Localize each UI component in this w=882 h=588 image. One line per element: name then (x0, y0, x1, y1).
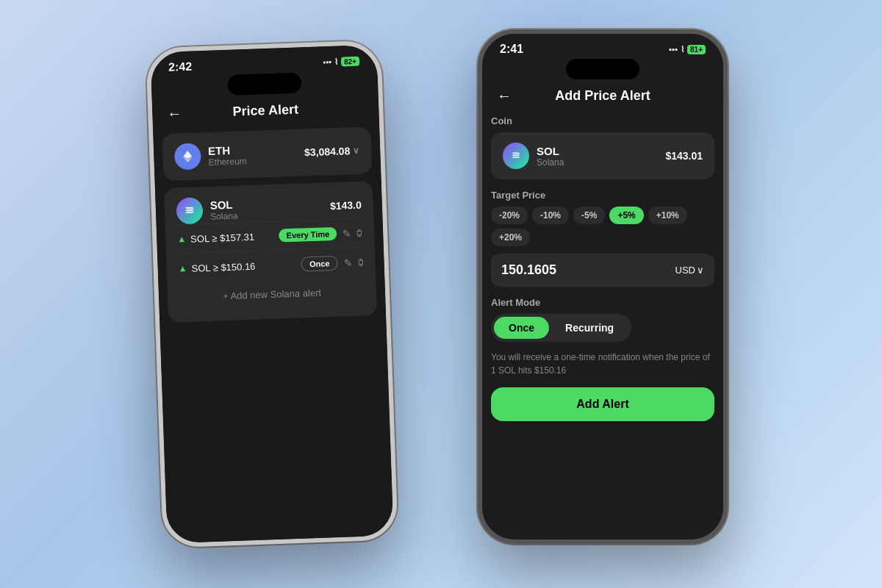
alert-info-text: You will receive a one-time notification… (491, 351, 714, 377)
price-btn-pos5[interactable]: +5% (609, 207, 643, 224)
wifi-icon-2: ⌇ (681, 45, 684, 54)
svg-marker-0 (183, 151, 192, 159)
add-alert-button[interactable]: Add Alert (491, 387, 714, 421)
alert-1-condition: SOL ≥ $157.31 (190, 231, 254, 244)
eth-name: Ethereum (208, 156, 246, 168)
battery-2: 81+ (687, 45, 706, 54)
status-bar-1: 2:42 ▪▪▪ ⌇ 82+ (150, 45, 377, 78)
add-solana-alert-button[interactable]: + Add new Solana alert (179, 277, 365, 312)
price-btn-neg10[interactable]: -10% (532, 207, 569, 224)
currency-select[interactable]: USD ∨ (675, 265, 704, 276)
eth-symbol: ETH (208, 143, 247, 157)
sol-left: SOL Solana (176, 196, 238, 225)
sol-icon-2 (503, 143, 529, 169)
coin-2-info: SOL Solana (537, 145, 564, 168)
eth-coin-card[interactable]: ETH Ethereum $3,084.08 ∨ (162, 126, 372, 181)
alert-2-right: Once ✎ ⧮ (301, 255, 364, 272)
every-time-badge: Every Time (279, 227, 337, 243)
screen-content-2: Coin SOL Solana (482, 110, 723, 539)
eth-icon (174, 143, 201, 170)
nav-header-2: ← Add Price Alert (482, 79, 723, 110)
coin-2-left: SOL Solana (503, 143, 564, 169)
price-btn-neg5[interactable]: -5% (573, 207, 605, 224)
page-title-1: Price Alert (232, 102, 298, 120)
alert-mode-label: Alert Mode (491, 297, 714, 308)
sol-price: $143.0 (330, 199, 362, 212)
price-input-row: 150.1605 USD ∨ (491, 254, 714, 287)
alert-2-left: ▲ SOL ≥ $150.16 (178, 260, 255, 274)
signal-icon-2: ▪▪▪ (669, 45, 678, 54)
dynamic-island-2 (566, 59, 639, 79)
screen-content-1: ETH Ethereum $3,084.08 ∨ (153, 121, 394, 543)
phones-container: 2:42 ▪▪▪ ⌇ 82+ ← Price Alert (110, 29, 772, 559)
mode-once-button[interactable]: Once (494, 317, 549, 339)
price-buttons-group: -20% -10% -5% +5% +10% +20% (491, 207, 714, 246)
page-title-2: Add Price Alert (555, 88, 650, 104)
sol-symbol: SOL (209, 198, 237, 211)
coin-2-price: $143.01 (665, 150, 703, 162)
back-button-2[interactable]: ← (497, 87, 512, 104)
delete-icon-1[interactable]: ⧮ (357, 227, 363, 239)
price-input-value[interactable]: 150.1605 (501, 262, 556, 278)
chevron-down-icon-2: ∨ (697, 265, 704, 276)
sol-name: Solana (210, 210, 238, 221)
coin-2-name: Solana (537, 157, 564, 168)
once-badge: Once (301, 256, 338, 272)
dynamic-island-1 (228, 72, 302, 95)
chevron-down-icon: ∨ (353, 146, 359, 156)
sol-icon (176, 197, 203, 224)
back-button-1[interactable]: ← (167, 105, 182, 123)
time-2: 2:41 (500, 43, 523, 56)
wifi-icon: ⌇ (334, 57, 338, 66)
coin-card-2[interactable]: SOL Solana $143.01 (491, 132, 714, 179)
battery-1: 82+ (341, 56, 359, 66)
alert-mode-toggle: Once Recurring (491, 314, 631, 342)
phone-1-screen: 2:42 ▪▪▪ ⌇ 82+ ← Price Alert (150, 45, 393, 543)
edit-icon-1[interactable]: ✎ (343, 227, 352, 239)
signal-icon: ▪▪▪ (323, 57, 331, 66)
up-arrow-icon-1: ▲ (177, 234, 186, 244)
up-arrow-icon-2: ▲ (178, 263, 187, 273)
edit-icon-2[interactable]: ✎ (343, 257, 353, 268)
phone-2: 2:41 ▪▪▪ ⌇ 81+ ← Add Price Alert Coin (478, 29, 728, 544)
price-btn-pos20[interactable]: +20% (491, 229, 530, 246)
phone-2-screen: 2:41 ▪▪▪ ⌇ 81+ ← Add Price Alert Coin (482, 34, 723, 539)
status-bar-2: 2:41 ▪▪▪ ⌇ 81+ (482, 34, 723, 59)
eth-price: $3,084.08 ∨ (304, 145, 360, 159)
alert-1-right: Every Time ✎ ⧮ (279, 226, 362, 243)
time-1: 2:42 (168, 60, 193, 74)
mode-recurring-button[interactable]: Recurring (551, 317, 628, 339)
eth-left: ETH Ethereum (174, 141, 247, 170)
eth-info: ETH Ethereum (208, 143, 247, 168)
sol-info: SOL Solana (209, 198, 237, 221)
alert-2-condition: SOL ≥ $150.16 (191, 260, 255, 273)
status-icons-1: ▪▪▪ ⌇ 82+ (323, 56, 359, 67)
coin-2-symbol: SOL (537, 145, 564, 157)
alert-1-left: ▲ SOL ≥ $157.31 (177, 231, 254, 245)
price-btn-neg20[interactable]: -20% (491, 207, 528, 224)
sol-coin-card: SOL Solana $143.0 ▲ SOL ≥ $157.31 (164, 181, 377, 323)
coin-section-label: Coin (491, 115, 714, 126)
eth-row: ETH Ethereum $3,084.08 ∨ (174, 137, 360, 171)
status-icons-2: ▪▪▪ ⌇ 81+ (669, 45, 706, 54)
price-btn-pos10[interactable]: +10% (648, 207, 687, 224)
delete-icon-2[interactable]: ⧮ (358, 257, 364, 268)
target-price-label: Target Price (491, 190, 714, 201)
phone-1: 2:42 ▪▪▪ ⌇ 82+ ← Price Alert (146, 40, 398, 548)
